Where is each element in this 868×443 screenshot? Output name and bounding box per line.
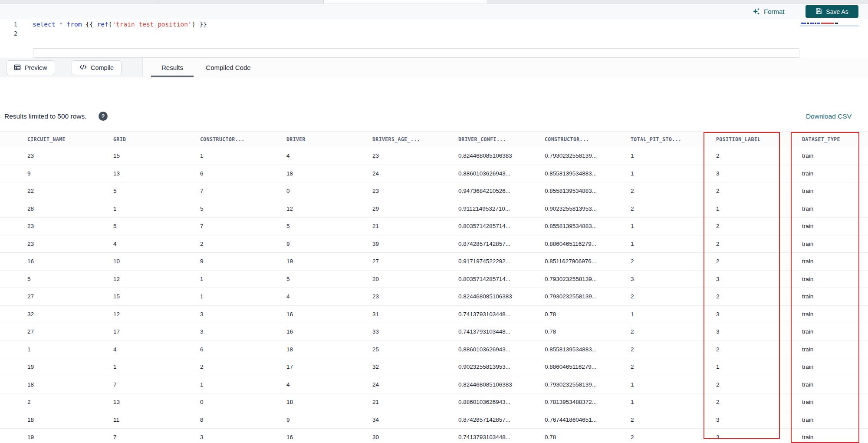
table-cell: 27	[0, 293, 113, 300]
table-cell: 1	[113, 205, 200, 212]
table-cell: 1	[200, 293, 286, 300]
code-line-1[interactable]: select * from {{ ref('train_test_positio…	[33, 20, 207, 29]
annotation-box-position-label	[704, 132, 780, 439]
table-cell: 0.8558139534883...	[545, 223, 631, 229]
table-cell: 16	[286, 434, 372, 440]
table-cell: 0.7930232558139...	[545, 152, 631, 159]
table-cell: 15	[113, 293, 200, 300]
table-cell: 0.78	[545, 328, 631, 335]
code-token: from	[67, 21, 82, 28]
toolbar-divider	[142, 58, 143, 77]
table-cell: 5	[0, 276, 113, 282]
column-header: CIRCUIT_NAME	[0, 136, 113, 142]
column-header: CONSTRUCTOR...	[545, 136, 631, 142]
save-as-button[interactable]: Save As	[806, 5, 858, 18]
table-cell: 3	[200, 311, 286, 317]
table-cell: 8	[200, 417, 286, 423]
help-icon[interactable]: ?	[99, 112, 108, 121]
table-cell: 0.7930232558139...	[545, 381, 631, 388]
table-cell: 16	[286, 311, 372, 317]
table-cell: 18	[286, 170, 372, 177]
table-cell: 0.9112149532710...	[458, 205, 545, 212]
table-cell: 23	[0, 223, 113, 229]
compile-button[interactable]: Compile	[72, 60, 122, 75]
table-grid-icon	[14, 64, 21, 72]
minimap-code-line	[801, 23, 838, 24]
table-cell: 0.8558139534883...	[545, 346, 631, 353]
active-file-tab[interactable]	[323, 0, 487, 3]
table-cell: 22	[0, 188, 113, 194]
annotation-box-dataset-type	[791, 132, 859, 443]
download-csv-link[interactable]: Download CSV	[806, 111, 852, 122]
table-cell: 30	[372, 434, 458, 440]
tab-divider	[487, 0, 487, 3]
table-cell: 5	[286, 223, 372, 229]
table-cell: 10	[113, 258, 200, 264]
table-cell: 0.7930232558139...	[545, 276, 631, 282]
table-cell: 5	[113, 188, 200, 194]
table-cell: 0.78	[545, 311, 631, 317]
tab-compiled-code[interactable]: Compiled Code	[197, 58, 259, 77]
table-cell: 4	[286, 293, 372, 300]
table-cell: 16	[286, 328, 372, 335]
column-header: DRIVERS_AGE_...	[372, 136, 458, 142]
editor-line-2[interactable]: 2	[0, 29, 800, 38]
table-cell: 7	[200, 223, 286, 229]
code-token: *	[59, 21, 63, 28]
compile-label: Compile	[91, 64, 114, 71]
sql-editor[interactable]: 1 select * from {{ ref('train_test_posit…	[0, 19, 868, 58]
column-header: GRID	[113, 136, 200, 142]
table-cell: 2	[0, 399, 113, 405]
table-cell: 27	[372, 258, 458, 264]
column-header: DRIVER_CONFI...	[458, 136, 545, 142]
table-cell: 0.7930232558139...	[545, 293, 631, 300]
code-token	[63, 21, 67, 28]
table-cell: 18	[286, 399, 372, 405]
table-cell: 19	[286, 258, 372, 264]
tab-divider	[323, 0, 324, 3]
table-cell: 0.9171974522292...	[458, 258, 545, 264]
table-cell: 0.7413793103448...	[458, 311, 545, 317]
editor-line-1[interactable]: 1 select * from {{ ref('train_test_posit…	[0, 20, 800, 29]
table-cell: 9	[286, 241, 372, 247]
table-cell: 1	[200, 381, 286, 388]
table-cell: 18	[0, 417, 113, 423]
table-cell: 0.824468085106383	[458, 293, 545, 300]
table-cell: 12	[286, 205, 372, 212]
editor-header-bar	[0, 4, 868, 20]
editor-minimap[interactable]	[800, 19, 859, 57]
table-cell: 4	[286, 381, 372, 388]
table-cell: 7	[113, 434, 200, 440]
table-cell: 6	[200, 346, 286, 353]
file-tab-strip	[0, 0, 868, 4]
code-icon	[79, 64, 87, 72]
table-cell: 23	[372, 188, 458, 194]
table-cell: 0.8035714285714...	[458, 223, 545, 229]
table-cell: 33	[372, 328, 458, 335]
table-cell: 21	[372, 223, 458, 229]
table-cell: 0.8742857142857...	[458, 417, 545, 423]
table-cell: 0.7413793103448...	[458, 328, 545, 335]
format-label: Format	[764, 8, 785, 15]
minimap-viewport	[800, 25, 859, 26]
table-cell: 24	[372, 381, 458, 388]
table-cell: 13	[113, 399, 200, 405]
table-cell: 19	[0, 364, 113, 370]
tab-results[interactable]: Results	[151, 58, 194, 77]
save-as-label: Save As	[826, 8, 848, 15]
preview-button[interactable]: Preview	[6, 60, 55, 75]
table-cell: 0.824468085106383	[458, 381, 545, 388]
table-cell: 25	[372, 346, 458, 353]
table-cell: 18	[286, 346, 372, 353]
table-cell: 0.9023255813953...	[545, 205, 631, 212]
table-cell: 9	[286, 417, 372, 423]
table-cell: 28	[0, 205, 113, 212]
table-cell: 16	[0, 258, 113, 264]
results-toolbar	[0, 58, 868, 77]
table-cell: 2	[200, 364, 286, 370]
table-cell: 15	[113, 152, 200, 159]
table-cell: 0.8558139534883...	[545, 188, 631, 194]
format-button[interactable]: Format	[752, 4, 785, 19]
table-cell: 23	[372, 293, 458, 300]
table-cell: 0.8742857142857...	[458, 241, 545, 247]
